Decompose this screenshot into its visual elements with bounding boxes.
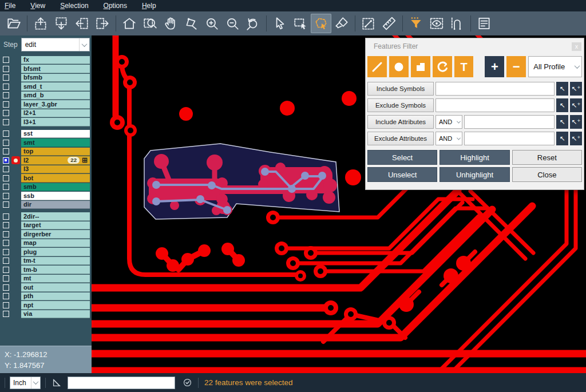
menu-item-selection[interactable]: Selection bbox=[60, 2, 88, 10]
select-rectangle-icon[interactable] bbox=[290, 14, 311, 33]
menu-item-options[interactable]: Options bbox=[104, 2, 127, 10]
layer-row[interactable]: fx bbox=[0, 56, 92, 65]
open-folder-icon[interactable] bbox=[3, 14, 24, 33]
menu-item-view[interactable]: View bbox=[30, 2, 45, 10]
layer-visibility-checkbox[interactable] bbox=[3, 57, 9, 63]
unselect-button[interactable]: Unselect bbox=[367, 167, 437, 182]
layer-name[interactable]: ssb bbox=[21, 192, 90, 200]
layer-visibility-checkbox[interactable] bbox=[3, 267, 9, 273]
features-filter-icon[interactable] bbox=[406, 14, 426, 33]
unhighlight-button[interactable]: Unhighlight bbox=[440, 167, 509, 182]
layer-visibility-checkbox[interactable] bbox=[3, 258, 9, 264]
zoom-in-icon[interactable] bbox=[201, 14, 222, 33]
layer-visibility-checkbox[interactable] bbox=[3, 284, 9, 291]
layer-row[interactable]: bot bbox=[0, 174, 92, 183]
properties-panel-icon[interactable] bbox=[474, 14, 494, 33]
unit-select[interactable]: Inch bbox=[10, 377, 41, 389]
layer-row[interactable]: npt bbox=[0, 301, 92, 310]
layer-name[interactable]: bfsmt bbox=[21, 65, 90, 73]
layer-visibility-checkbox[interactable] bbox=[3, 275, 9, 282]
command-input[interactable] bbox=[68, 377, 175, 389]
pick-add-button[interactable]: ↖⁺ bbox=[570, 115, 582, 129]
layer-name[interactable]: smd_t bbox=[21, 82, 90, 91]
layer-name[interactable]: layer_3.gbr bbox=[21, 100, 90, 109]
layer-row[interactable]: 2dir-- bbox=[0, 212, 92, 221]
layer-row[interactable]: ssb bbox=[0, 192, 92, 201]
layer-name[interactable]: plug bbox=[21, 248, 90, 256]
layer-row[interactable]: top bbox=[0, 147, 92, 156]
layer-name[interactable]: l2+1 bbox=[21, 109, 90, 118]
layer-visibility-checkbox[interactable] bbox=[3, 293, 9, 299]
layer-row[interactable]: plug bbox=[0, 248, 92, 257]
feature-type-add-button[interactable]: + bbox=[485, 56, 504, 77]
layer-row[interactable]: map bbox=[0, 239, 92, 248]
layer-visibility-checkbox[interactable] bbox=[3, 213, 9, 220]
menu-item-help[interactable]: Help bbox=[142, 2, 156, 10]
select-button[interactable]: Select bbox=[367, 150, 437, 165]
layer-name[interactable]: via bbox=[21, 310, 90, 319]
layer-name[interactable]: fx bbox=[21, 56, 90, 65]
feature-type-surface-button[interactable] bbox=[411, 56, 430, 77]
zoom-previous-icon[interactable] bbox=[243, 14, 263, 33]
menu-item-file[interactable]: File bbox=[5, 2, 15, 10]
layer-name[interactable]: dirgerber bbox=[21, 230, 90, 239]
layer-visibility-checkbox[interactable] bbox=[3, 119, 9, 125]
layer-name[interactable]: smd_b bbox=[21, 92, 90, 100]
filter-value-input[interactable] bbox=[435, 82, 555, 96]
layer-row[interactable]: out bbox=[0, 283, 92, 292]
layer-visibility-checkbox[interactable] bbox=[3, 130, 9, 137]
layer-visibility-checkbox[interactable] bbox=[3, 92, 9, 98]
layer-row[interactable]: bfsmt bbox=[0, 65, 92, 74]
layer-name[interactable]: mt bbox=[21, 275, 90, 283]
zoom-object-icon[interactable] bbox=[181, 14, 201, 33]
layer-name[interactable]: npt bbox=[21, 301, 90, 310]
filter-label-button[interactable]: Exclude Symbols bbox=[367, 98, 434, 112]
layer-row[interactable]: dirgerber bbox=[0, 230, 92, 239]
layer-row[interactable]: layer_3.gbr bbox=[0, 100, 92, 109]
layer-name[interactable]: l3 bbox=[21, 165, 90, 174]
layer-visibility-checkbox[interactable] bbox=[3, 193, 9, 199]
layer-name[interactable]: bfsmb bbox=[21, 74, 90, 82]
snap-angle-icon[interactable] bbox=[50, 378, 63, 388]
layer-row[interactable]: smd_t bbox=[0, 82, 92, 92]
layer-visibility-checkbox[interactable] bbox=[3, 249, 9, 255]
layer-visibility-checkbox[interactable] bbox=[3, 157, 9, 164]
layer-visibility-checkbox[interactable] bbox=[3, 84, 9, 90]
layer-row[interactable]: target bbox=[0, 221, 92, 230]
step-select[interactable]: edit bbox=[21, 38, 90, 52]
pick-add-button[interactable]: ↖⁺ bbox=[570, 98, 582, 112]
zoom-area-icon[interactable] bbox=[140, 14, 160, 33]
filter-label-button[interactable]: Include Attributes bbox=[367, 115, 434, 129]
select-polygon-icon[interactable] bbox=[311, 14, 331, 33]
filter-label-button[interactable]: Exclude Attributes bbox=[367, 132, 434, 145]
filter-value-input[interactable] bbox=[435, 98, 555, 112]
pan-hand-icon[interactable] bbox=[160, 14, 181, 33]
pick-add-button[interactable]: ↖⁺ bbox=[570, 82, 582, 96]
layer-visibility-checkbox[interactable] bbox=[3, 311, 9, 317]
pan-down-icon[interactable] bbox=[51, 14, 72, 33]
and-operator-select[interactable]: AND bbox=[435, 132, 462, 145]
layer-row[interactable]: l2+1 bbox=[0, 109, 92, 118]
layer-visibility-checkbox[interactable] bbox=[3, 140, 9, 146]
pick-button[interactable]: ↖ bbox=[556, 82, 568, 96]
home-view-icon[interactable] bbox=[119, 14, 140, 33]
layer-row[interactable]: sst bbox=[0, 129, 92, 138]
filter-label-button[interactable]: Include Symbols bbox=[367, 82, 434, 96]
feature-type-arc-button[interactable] bbox=[433, 56, 452, 77]
net-jump-icon[interactable] bbox=[447, 14, 468, 33]
close-icon[interactable]: x bbox=[572, 42, 581, 51]
layer-visibility-checkbox[interactable] bbox=[3, 222, 9, 228]
layer-name[interactable]: smb bbox=[21, 183, 90, 192]
close-button[interactable]: Close bbox=[512, 167, 582, 182]
layer-name[interactable]: pth bbox=[21, 292, 90, 301]
dialog-title-bar[interactable]: Features Filter x bbox=[366, 38, 584, 53]
layer-row[interactable]: mt bbox=[0, 274, 92, 283]
layer-row[interactable]: smd_b bbox=[0, 91, 92, 100]
layer-row[interactable]: l3 bbox=[0, 165, 92, 174]
grid-icon[interactable]: ⊞ bbox=[82, 157, 88, 164]
layer-name[interactable]: target bbox=[21, 221, 90, 230]
layer-name[interactable]: map bbox=[21, 239, 90, 248]
view-options-icon[interactable] bbox=[426, 14, 447, 33]
layer-row[interactable]: bfsmb bbox=[0, 73, 92, 82]
layer-row[interactable]: tm-b bbox=[0, 266, 92, 275]
